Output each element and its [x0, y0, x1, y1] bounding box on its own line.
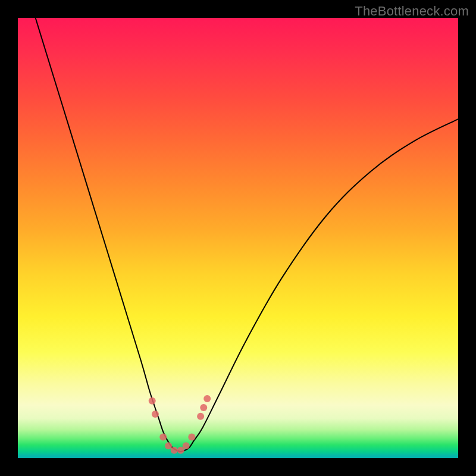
watermark-text: TheBottleneck.com — [355, 4, 469, 19]
plot-area — [18, 18, 458, 458]
outer-frame: TheBottleneck.com — [0, 0, 476, 476]
highlight-dot — [159, 433, 167, 440]
bottleneck-curve — [36, 18, 458, 452]
highlight-dot — [183, 442, 190, 449]
highlight-dot — [200, 404, 207, 411]
highlight-dot — [165, 442, 172, 449]
highlight-dot — [197, 413, 204, 420]
highlight-dot — [171, 447, 178, 454]
highlight-dot — [188, 433, 195, 440]
highlight-dot — [203, 395, 211, 402]
curve-layer — [18, 18, 458, 458]
highlight-dot — [152, 411, 159, 418]
highlight-dot — [149, 397, 156, 405]
